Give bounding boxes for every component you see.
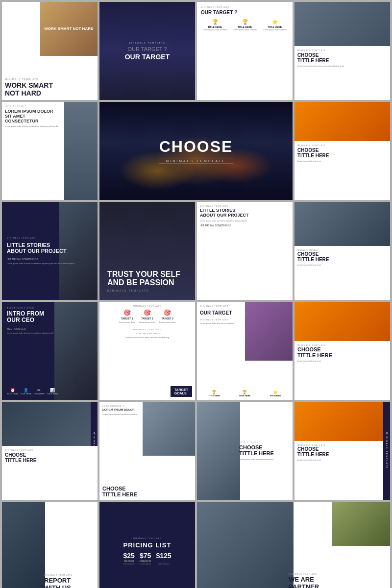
person-icon: 👤 — [20, 388, 31, 392]
icon-chart: 📊 TITLE HERE — [47, 388, 58, 395]
slide-desc: Lorem ipsum dolor sit amet — [297, 264, 387, 266]
target-icon-2: 🎯 — [139, 309, 155, 316]
slide-left-image — [197, 402, 240, 500]
price-3: $125 ... Lorem ipsum — [156, 552, 171, 565]
chart-icon: 📊 — [47, 388, 58, 392]
slide-intro-ceo: ALEXANDER PIETER INTRO FROM OUR CEO MEET… — [2, 302, 98, 400]
icon-edit: ✏ TITLE HERE — [33, 388, 45, 395]
slide-desc: Lorem ipsum dolor sit amet consectetur — [102, 413, 192, 416]
icon-label: TITLE HERE — [47, 392, 58, 395]
slide-bottom-content: MINIMALS TEMPLATE CHOOSETITTLE HERE Lore… — [294, 141, 390, 200]
edit-icon: ✏ — [33, 388, 45, 392]
slide-bottom: MINIMALS TEMPLATE CHOOSETITTLE HERE Lore… — [294, 441, 383, 500]
icon-target-2: 🎯 TARGET 2 Lorem ipsum dolor — [139, 309, 155, 323]
slide-title: INTRO FROM OUR CEO — [7, 311, 93, 323]
slide-desc: Lorem ipsum dolor sit amet — [297, 459, 380, 461]
slide-our-target-2: MINIMALS TEMPLATE OUR TARGET MINIMALS TE… — [197, 302, 293, 400]
slide-work-smart: WORK SMART NOT HARD MINIMALS TEMPLATE WO… — [2, 2, 98, 100]
slide-tag: MINIMALS TEMPLATE — [125, 42, 170, 44]
target-desc: Lorem ipsum dolor sit amet consectetur a… — [125, 336, 169, 339]
slide-title: CHOOSETITTLE HERE — [297, 446, 380, 457]
side-text: MINIMALS TEMPLATE — [386, 432, 388, 469]
slide-choose-tittle-6: LETS CHOOSE ? CHOOSE TITTLE HERE Lorem i… — [197, 402, 293, 500]
slide-lets-choose-2: LETS CHOOSE ? Lorem ipsum dolor sit amet… — [2, 102, 98, 200]
slide-content: CHOOSE MINIMALS TEMPLATE — [159, 138, 233, 164]
price-premium-label: PREMIUM — [140, 560, 151, 563]
price-medium-label: MEDIUM — [123, 560, 134, 563]
slide-choose-tittle-4: MINIMALS TEMPLATE MINIMALS TEMPLATE CHOO… — [2, 402, 98, 500]
slide-tag: LETS CHOOSE ? — [239, 441, 289, 443]
icon-2-desc: Lorem ipsum dolor sit amet — [231, 28, 259, 31]
icon-label: TITLE HERE — [33, 392, 45, 395]
slide-bottom-content: MINIMALS TEMPLATE CHOOSETITTLE HERE Lore… — [294, 46, 390, 100]
slide-we-are-partner: MINIMALS TEMPLATE WE ARE PARTNER Lorem i… — [197, 502, 390, 588]
slide-bottom: MINIMALS TEMPLATE CHOOSETITTLE HERE Lore… — [294, 341, 390, 400]
slide-left-image — [197, 502, 294, 588]
slide-desc: Lorem ipsum dolor sit amet consectetur a… — [7, 262, 93, 265]
slide-title: WE ARE PARTNER — [289, 576, 385, 588]
slide-desc: Lorem ipsum dolor sit amet consectetur a… — [5, 125, 59, 128]
price-premium-value: $75 — [140, 552, 151, 560]
icon-1-desc: Lorem ipsum dolor sit amet — [201, 28, 229, 31]
slide-top-image — [294, 102, 390, 146]
main-tag: MINIMALS TEMPLATE — [133, 328, 161, 331]
price-medium-value: $25 — [123, 552, 134, 560]
slide-top-image — [245, 302, 293, 361]
slide-top-image — [2, 402, 98, 451]
icon-person: 👤 TITLE HERE — [20, 388, 31, 395]
price-premium: $75 PREMIUM Lorem ipsum — [140, 552, 151, 565]
slide-tag: MINIMALS TEMPLATE — [44, 574, 94, 576]
slide-bottom: MINIMALS TEMPLATE CHOOSETITTLE HERE Lore… — [294, 246, 390, 300]
slide-right-content: MINIMALS TEMPLATE WE ARE PARTNER Lorem i… — [284, 502, 390, 588]
slide-choose-tittle-2: MINIMALS TEMPLATE CHOOSETITTLE HERE Lore… — [294, 202, 390, 300]
slide-tag: MINIMALS TEMPLATE — [200, 205, 290, 207]
slide-top-image — [294, 302, 390, 346]
slide-pricing-list: MINIMALS TEMPLATE PRICING LIST $25 MEDIU… — [99, 502, 195, 588]
target-icon-3: 🎯 — [159, 309, 175, 316]
slide-content: TRUST YOUR SELF AND BE PASSION MINIMALS … — [102, 205, 192, 297]
slide-choose-tittle-3: MINIMALS TEMPLATE CHOOSETITTLE HERE Lore… — [294, 302, 390, 400]
sub-tag: LET ME SAY SOMETHING ! — [135, 332, 160, 335]
slide-side-image — [64, 102, 98, 200]
slide-title: CHOOSE TITTLE HERE — [239, 444, 289, 456]
price-medium: $25 MEDIUM Lorem ipsum — [123, 552, 134, 565]
slide-tag: MINIMALS TEMPLATE — [5, 78, 95, 81]
slide-tag: MINIMALS TEMPLATE — [133, 305, 161, 307]
slide-bottom: MINIMALS TEMPLATE CHOOSETITTLE HERE — [2, 446, 98, 500]
slide-lets-choose-1: MINIMALS TEMPLATE CHOOSETITTLE HERE Lore… — [294, 2, 390, 100]
slide-title: WORK SMART NOT HARD — [5, 82, 95, 97]
slide-title: Lorem ipsum dolor — [102, 408, 192, 412]
slide-top-image — [294, 2, 390, 51]
choose-subtitle: MINIMALS TEMPLATE — [159, 158, 233, 164]
slide-title: CHOOSETITTLE HERE — [5, 452, 95, 463]
target-icon-1: 🎯 — [119, 309, 135, 316]
slide-title: REPORT WITH US — [44, 577, 94, 588]
icons-row: ⏰ TITLE HERE 👤 TITLE HERE ✏ TITLE HERE 📊… — [7, 388, 93, 395]
slide-our-target-1: MINIMALS TEMPLATE OUR TARGET ? OUR TARGE… — [99, 2, 195, 100]
target-3-desc: Lorem ipsum dolor — [159, 321, 175, 323]
slide-tag: MINIMALS TEMPLATE — [7, 237, 93, 239]
trophy-icon: 🏆 — [200, 390, 228, 394]
slide-title: PRICING LIST — [123, 541, 172, 549]
slide-title: LITTLE STORIES ABOUT OUR PROJECT — [7, 242, 93, 254]
slide-top-image — [294, 402, 390, 446]
icons-row: 🎯 TARGET 1 Lorem ipsum dolor 🎯 TARGET 2 … — [119, 309, 175, 323]
price-medium-desc: Lorem ipsum — [123, 563, 134, 565]
title-here-1: TITLE HERE — [200, 394, 228, 397]
slide-desc: Lorem ipsum dolor sit amet consectetur a… — [7, 332, 93, 334]
slide-content: MINIMALS TEMPLATE OUR TARGET ? OUR TARGE… — [125, 42, 170, 61]
icon-clock: ⏰ TITLE HERE — [7, 388, 18, 395]
target-2-desc: Lorem ipsum dolor — [139, 321, 155, 323]
slide-tag: MINIMALS TEMPLATE — [297, 49, 387, 51]
prices-row: $25 MEDIUM Lorem ipsum $75 PREMIUM Lorem… — [123, 552, 171, 565]
slide-target-goals: MINIMALS TEMPLATE 🎯 TARGET 1 Lorem ipsum… — [99, 302, 195, 400]
work-smart-image-label: WORK SMART NOT HARD — [44, 27, 93, 31]
trophy-icon-2: 🏆 — [230, 390, 259, 394]
slide-subtag: LET ME SAY SOMETHING ! — [200, 224, 290, 227]
trophy-icon-2: 🏆 — [231, 19, 259, 24]
icon-trophy2: 🏆 TITLE HERE — [230, 390, 259, 397]
slide-title: LITTLE STORIES ABOUT OUR PROJECT — [200, 208, 290, 218]
slide-title: CHOOSETITTLE HERE — [297, 346, 387, 358]
slide-choose-tittle-1: MINIMALS TEMPLATE CHOOSETITTLE HERE Lore… — [294, 102, 390, 200]
slide-title: TRUST YOUR SELF AND BE PASSION — [107, 270, 187, 287]
